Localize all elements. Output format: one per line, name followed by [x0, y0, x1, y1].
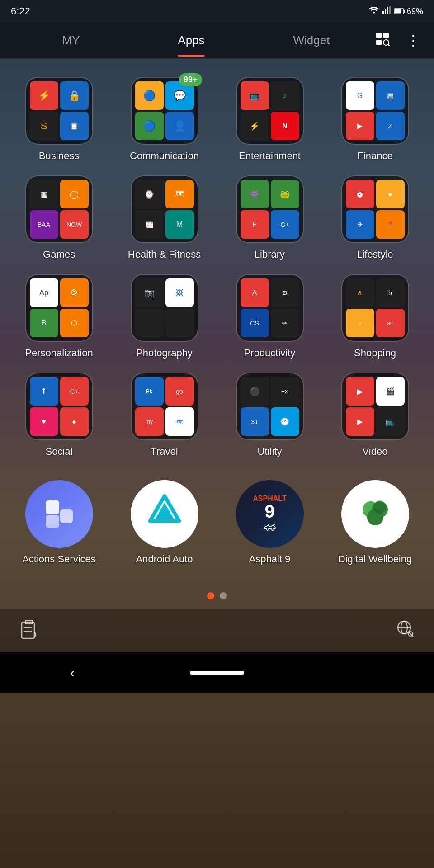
- pagination: [0, 583, 434, 609]
- fin-cell-3: ▶: [346, 112, 374, 140]
- entertainment-icon: 📺 ♪ ⚡ N: [236, 77, 304, 145]
- svg-rect-14: [60, 509, 73, 523]
- asphalt9-icon: ASPHALT 9 🏎: [236, 480, 304, 548]
- app-category-photography[interactable]: 📷 🖼 Photography: [116, 274, 212, 359]
- soc-cell-3: ♥: [30, 407, 58, 436]
- app-category-shopping[interactable]: a b ♪ air Shopping: [327, 274, 423, 359]
- social-icon: f G+ ♥ ●: [25, 373, 93, 440]
- photo-cell-4: [165, 309, 194, 337]
- lifestyle-icon-wrapper: ⏰ ● ✈ 📍: [341, 175, 409, 243]
- status-time: 6:22: [11, 5, 30, 17]
- app-category-library[interactable]: 👾 🐸 F G+ Library: [222, 175, 318, 260]
- health-icon-wrapper: ⌚ 🗺 📈 M: [131, 175, 198, 243]
- header: MY Apps Widget ⋮: [0, 23, 434, 59]
- digital-wellbeing-label: Digital Wellbeing: [338, 553, 412, 565]
- game-cell-3: BAA: [30, 210, 58, 239]
- tab-widget[interactable]: Widget: [251, 24, 372, 57]
- pers-cell-2: ⭗: [60, 278, 89, 307]
- social-icon-wrapper: f G+ ♥ ●: [25, 373, 93, 440]
- app-android-auto[interactable]: Android Auto: [116, 480, 212, 565]
- app-category-finance[interactable]: G ▦ ▶ Z Finance: [327, 77, 423, 162]
- pagination-dot-2[interactable]: [220, 592, 227, 599]
- social-label: Social: [46, 446, 73, 458]
- app-category-entertainment[interactable]: 📺 ♪ ⚡ N Entertainment: [222, 77, 318, 162]
- tab-my[interactable]: MY: [11, 24, 131, 57]
- pers-cell-3: B: [30, 309, 58, 337]
- health-icon: ⌚ 🗺 📈 M: [131, 175, 198, 243]
- life-cell-2: ●: [376, 180, 405, 208]
- fin-cell-1: G: [346, 81, 374, 110]
- app-category-health[interactable]: ⌚ 🗺 📈 M Health & Fitness: [116, 175, 212, 260]
- wifi-icon: [369, 7, 379, 16]
- photography-icon: 📷 🖼: [131, 274, 198, 342]
- grid-search-button[interactable]: [372, 28, 393, 53]
- globe-search-button[interactable]: [394, 618, 416, 643]
- pers-cell-1: Ap: [30, 278, 58, 307]
- soc-cell-4: ●: [60, 407, 89, 436]
- prod-cell-2: ⚙: [271, 278, 299, 307]
- digital-wellbeing-icon-wrapper: [341, 480, 409, 548]
- life-cell-4: 📍: [376, 210, 405, 239]
- app-category-personalization[interactable]: Ap ⭗ B ⬡ Personalization: [11, 274, 107, 359]
- finance-label: Finance: [357, 150, 392, 162]
- communication-badge: 99+: [179, 73, 202, 86]
- health-cell-2: 🗺: [165, 180, 194, 208]
- comm-cell-1: 🔵: [135, 81, 164, 110]
- lifestyle-label: Lifestyle: [357, 249, 393, 260]
- prod-cell-3: CS: [241, 309, 269, 337]
- shop-cell-4: air: [376, 309, 405, 337]
- android-auto-label: Android Auto: [136, 553, 193, 565]
- app-category-productivity[interactable]: A ⚙ CS ✏ Productivity: [222, 274, 318, 359]
- health-cell-1: ⌚: [135, 180, 164, 208]
- game-cell-1: ▦: [30, 180, 58, 208]
- shop-cell-3: ♪: [346, 309, 374, 337]
- shopping-label: Shopping: [354, 347, 396, 359]
- trav-cell-2: go: [165, 377, 194, 406]
- game-cell-2: ◯: [60, 180, 89, 208]
- shop-cell-2: b: [376, 278, 405, 307]
- app-category-utility[interactable]: ⚫ ÷× 31 🕐 Utility: [222, 373, 318, 458]
- personalization-label: Personalization: [25, 347, 93, 359]
- games-icon-wrapper: ▦ ◯ BAA NOW: [25, 175, 93, 243]
- home-button[interactable]: [145, 671, 289, 675]
- more-options-button[interactable]: ⋮: [402, 28, 423, 53]
- system-nav-bar: ‹: [0, 652, 434, 693]
- photo-cell-2: 🖼: [165, 278, 194, 307]
- app-category-grid: ⚡ 🔒 S 📋 Business 99+ 🔵 💬 🔵 👤 Communicati…: [0, 59, 434, 476]
- svg-rect-1: [385, 9, 386, 14]
- app-category-lifestyle[interactable]: ⏰ ● ✈ 📍 Lifestyle: [327, 175, 423, 260]
- app-category-travel[interactable]: Bk go my 🗺 Travel: [116, 373, 212, 458]
- app-category-communication[interactable]: 99+ 🔵 💬 🔵 👤 Communication: [116, 77, 212, 162]
- app-category-video[interactable]: ▶ 🎬 ▶ 📺 Video: [327, 373, 423, 458]
- app-category-business[interactable]: ⚡ 🔒 S 📋 Business: [11, 77, 107, 162]
- back-button[interactable]: ‹: [0, 665, 145, 680]
- video-icon-wrapper: ▶ 🎬 ▶ 📺: [341, 373, 409, 440]
- util-cell-1: ⚫: [241, 377, 269, 406]
- productivity-icon-wrapper: A ⚙ CS ✏: [236, 274, 304, 342]
- app-actions-services[interactable]: Actions Services: [11, 480, 107, 565]
- app-asphalt9[interactable]: ASPHALT 9 🏎 Asphalt 9: [222, 480, 318, 565]
- app-digital-wellbeing[interactable]: Digital Wellbeing: [327, 480, 423, 565]
- tab-apps[interactable]: Apps: [131, 24, 251, 57]
- svg-rect-20: [22, 622, 34, 638]
- lib-cell-1: 👾: [241, 180, 269, 208]
- svg-rect-2: [387, 7, 388, 14]
- svg-rect-8: [383, 33, 389, 38]
- video-icon: ▶ 🎬 ▶ 📺: [341, 373, 409, 440]
- battery-text: 69%: [407, 7, 423, 16]
- app-category-games[interactable]: ▦ ◯ BAA NOW Games: [11, 175, 107, 260]
- util-cell-4: 🕐: [271, 407, 299, 436]
- app-category-social[interactable]: f G+ ♥ ● Social: [11, 373, 107, 458]
- lifestyle-icon: ⏰ ● ✈ 📍: [341, 175, 409, 243]
- shopping-icon-wrapper: a b ♪ air: [341, 274, 409, 342]
- svg-rect-0: [382, 11, 384, 14]
- entertainment-icon-wrapper: 📺 ♪ ⚡ N: [236, 77, 304, 145]
- business-icon-wrapper: ⚡ 🔒 S 📋: [25, 77, 93, 145]
- clipboard-button[interactable]: [18, 618, 40, 643]
- pagination-dot-1[interactable]: [207, 592, 214, 599]
- status-bar: 6:22 69%: [0, 0, 434, 23]
- vid-cell-3: ▶: [346, 407, 374, 436]
- video-label: Video: [363, 446, 388, 458]
- prod-cell-4: ✏: [271, 309, 299, 337]
- business-cell-1: ⚡: [30, 81, 58, 110]
